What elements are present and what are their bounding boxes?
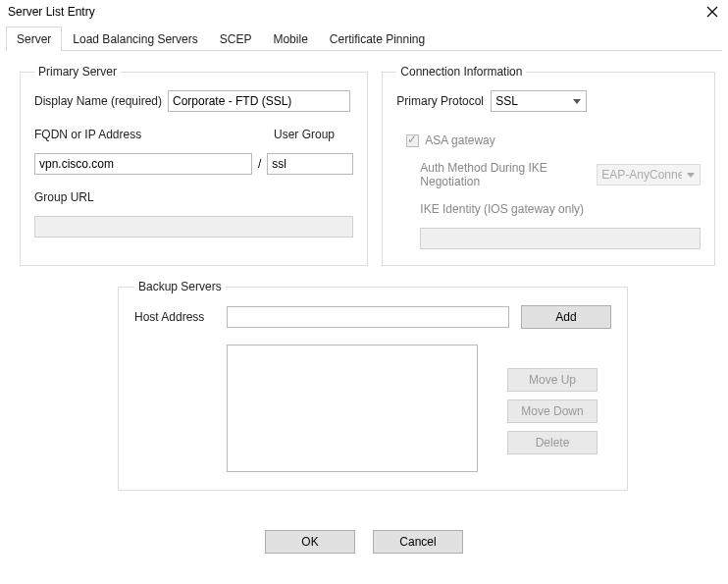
host-address-label: Host Address — [134, 310, 215, 324]
backup-server-list[interactable] — [227, 345, 478, 472]
primary-server-legend: Primary Server — [34, 65, 121, 79]
user-group-input[interactable] — [267, 153, 353, 175]
tab-cert-pinning[interactable]: Certificate Pinning — [319, 27, 436, 51]
close-icon[interactable] — [702, 2, 722, 22]
connection-info-group: Connection Information Primary Protocol … — [382, 65, 715, 266]
backup-servers-group: Backup Servers Host Address Add Move Up … — [118, 280, 628, 491]
connection-info-legend: Connection Information — [396, 65, 526, 79]
auth-method-label: Auth Method During IKE Negotiation — [420, 161, 597, 188]
dialog-buttons: OK Cancel — [20, 530, 708, 554]
asa-gateway-checkbox — [406, 134, 419, 147]
group-url-label: Group URL — [34, 190, 94, 204]
host-address-input[interactable] — [227, 306, 509, 328]
fqdn-usergroup-separator: / — [252, 157, 267, 171]
fqdn-label: FQDN or IP Address — [34, 128, 141, 141]
ike-identity-label: IKE Identity (IOS gateway only) — [420, 202, 584, 216]
tab-bar: Server Load Balancing Servers SCEP Mobil… — [0, 24, 728, 51]
fqdn-input[interactable] — [34, 153, 252, 175]
cancel-button[interactable]: Cancel — [373, 530, 463, 554]
display-name-label: Display Name (required) — [34, 94, 168, 108]
move-down-button: Move Down — [507, 399, 598, 423]
ike-identity-input — [420, 228, 701, 249]
primary-protocol-select[interactable]: SSL — [491, 90, 587, 112]
tab-load-balancing[interactable]: Load Balancing Servers — [62, 27, 208, 51]
tab-server[interactable]: Server — [6, 27, 62, 51]
add-button[interactable]: Add — [521, 305, 611, 329]
display-name-input[interactable] — [168, 90, 350, 112]
title-bar: Server List Entry — [0, 0, 728, 24]
group-url-display — [34, 216, 353, 238]
tab-mobile[interactable]: Mobile — [262, 27, 318, 51]
primary-server-group: Primary Server Display Name (required) F… — [20, 65, 368, 266]
tab-content: Primary Server Display Name (required) F… — [0, 51, 728, 561]
move-up-button: Move Up — [507, 368, 598, 392]
backup-servers-wrap: Backup Servers Host Address Add Move Up … — [118, 280, 628, 491]
ok-button[interactable]: OK — [265, 530, 355, 554]
window-title: Server List Entry — [8, 5, 95, 19]
delete-button: Delete — [507, 431, 598, 454]
auth-method-select: EAP-AnyConnect — [597, 164, 701, 186]
backup-servers-legend: Backup Servers — [134, 280, 226, 293]
primary-protocol-label: Primary Protocol — [396, 94, 491, 108]
tab-scep[interactable]: SCEP — [209, 27, 263, 51]
asa-gateway-label: ASA gateway — [425, 133, 494, 147]
user-group-label: User Group — [274, 128, 335, 141]
